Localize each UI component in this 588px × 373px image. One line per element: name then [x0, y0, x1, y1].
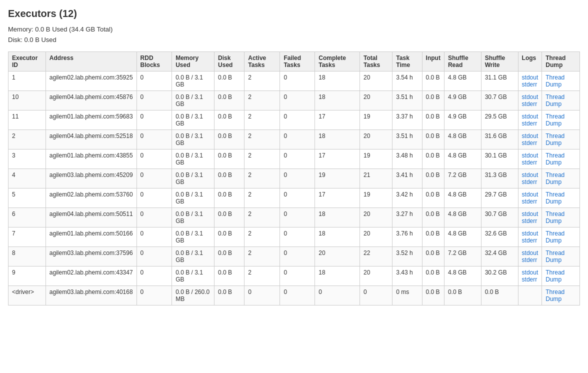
thread-dump-link[interactable]: Thread Dump [546, 113, 564, 127]
thread-dump-cell[interactable]: Thread Dump [542, 286, 580, 305]
thread-dump-cell[interactable]: Thread Dump [542, 168, 580, 188]
thread-dump-cell[interactable]: Thread Dump [542, 110, 580, 130]
col-header-active-tasks: Active Tasks [244, 52, 280, 71]
stdout-link[interactable]: stdout [522, 94, 538, 100]
stderr-link[interactable]: stderr [522, 276, 538, 283]
stdout-link[interactable]: stdout [522, 113, 538, 120]
thread-dump-link[interactable]: Thread Dump [546, 191, 564, 205]
thread-dump-cell[interactable]: Thread Dump [542, 90, 580, 110]
thread-dump-link[interactable]: Thread Dump [546, 230, 564, 244]
stdout-link[interactable]: stdout [522, 250, 538, 256]
thread-dump-link[interactable]: Thread Dump [546, 250, 564, 264]
col-header-total-tasks: Total Tasks [360, 52, 392, 71]
col-header-shuffle-write: Shuffle Write [481, 52, 518, 71]
stderr-link[interactable]: stderr [522, 81, 538, 88]
thread-dump-cell[interactable]: Thread Dump [542, 149, 580, 168]
disk-info: Disk: 0.0 B Used [8, 35, 580, 46]
table-row: 3agilem01.lab.phemi.com:4385500.0 B / 3.… [8, 149, 580, 168]
stdout-link[interactable]: stdout [522, 152, 538, 159]
logs-cell[interactable]: stdoutstderr [518, 188, 542, 208]
table-row: 1agilem02.lab.phemi.com:3592500.0 B / 3.… [8, 71, 580, 90]
table-row: 5agilem02.lab.phemi.com:5376000.0 B / 3.… [8, 188, 580, 208]
info-section: Memory: 0.0 B Used (34.4 GB Total) Disk:… [8, 24, 580, 46]
stderr-link[interactable]: stderr [522, 218, 538, 224]
thread-dump-link[interactable]: Thread Dump [546, 152, 564, 166]
stdout-link[interactable]: stdout [522, 269, 538, 276]
col-header-task-time: Task Time [392, 52, 422, 71]
logs-cell[interactable]: stdoutstderr [518, 246, 542, 266]
table-row: 2agilem04.lab.phemi.com:5251800.0 B / 3.… [8, 130, 580, 149]
stdout-link[interactable]: stdout [522, 210, 538, 218]
stdout-link[interactable]: stdout [522, 191, 538, 198]
executors-table: Executor ID Address RDD Blocks Memory Us… [8, 52, 580, 306]
logs-cell[interactable]: stdoutstderr [518, 130, 542, 149]
table-row: 11agilem01.lab.phemi.com:5968300.0 B / 3… [8, 110, 580, 130]
stderr-link[interactable]: stderr [522, 100, 538, 108]
table-body: 1agilem02.lab.phemi.com:3592500.0 B / 3.… [8, 71, 580, 305]
logs-cell[interactable]: stdoutstderr [518, 266, 542, 286]
logs-cell[interactable]: stdoutstderr [518, 227, 542, 246]
thread-dump-link[interactable]: Thread Dump [546, 132, 564, 146]
stdout-link[interactable]: stdout [522, 74, 538, 81]
col-header-input: Input [422, 52, 444, 71]
col-header-executor-id: Executor ID [8, 52, 46, 71]
col-header-thread-dump: Thread Dump [542, 52, 580, 71]
logs-cell[interactable]: stdoutstderr [518, 110, 542, 130]
thread-dump-cell[interactable]: Thread Dump [542, 188, 580, 208]
table-row: 9agilem02.lab.phemi.com:4334700.0 B / 3.… [8, 266, 580, 286]
logs-cell[interactable]: stdoutstderr [518, 208, 542, 227]
stderr-link[interactable]: stderr [522, 140, 538, 146]
thread-dump-link[interactable]: Thread Dump [546, 269, 564, 283]
col-header-logs: Logs [518, 52, 542, 71]
thread-dump-cell[interactable]: Thread Dump [542, 227, 580, 246]
table-row: 10agilem04.lab.phemi.com:4587600.0 B / 3… [8, 90, 580, 110]
table-header-row: Executor ID Address RDD Blocks Memory Us… [8, 52, 580, 71]
col-header-disk-used: Disk Used [214, 52, 244, 71]
col-header-failed-tasks: Failed Tasks [280, 52, 315, 71]
col-header-rdd-blocks: RDD Blocks [136, 52, 172, 71]
stderr-link[interactable]: stderr [522, 120, 538, 127]
table-row: 7agilem01.lab.phemi.com:5016600.0 B / 3.… [8, 227, 580, 246]
col-header-shuffle-read: Shuffle Read [444, 52, 481, 71]
thread-dump-link[interactable]: Thread Dump [546, 172, 564, 186]
col-header-memory-used: Memory Used [172, 52, 214, 71]
stderr-link[interactable]: stderr [522, 256, 538, 264]
page-title: Executors (12) [8, 8, 580, 20]
logs-cell[interactable]: stdoutstderr [518, 168, 542, 188]
thread-dump-link[interactable]: Thread Dump [546, 288, 564, 302]
memory-info: Memory: 0.0 B Used (34.4 GB Total) [8, 24, 580, 35]
stderr-link[interactable]: stderr [522, 237, 538, 244]
thread-dump-link[interactable]: Thread Dump [546, 94, 564, 108]
logs-cell[interactable] [518, 286, 542, 305]
logs-cell[interactable]: stdoutstderr [518, 149, 542, 168]
thread-dump-cell[interactable]: Thread Dump [542, 266, 580, 286]
table-row: 4agilem03.lab.phemi.com:4520900.0 B / 3.… [8, 168, 580, 188]
thread-dump-link[interactable]: Thread Dump [546, 210, 564, 224]
thread-dump-cell[interactable]: Thread Dump [542, 246, 580, 266]
logs-cell[interactable]: stdoutstderr [518, 90, 542, 110]
logs-cell[interactable]: stdoutstderr [518, 71, 542, 90]
table-row: 8agilem03.lab.phemi.com:3759600.0 B / 3.… [8, 246, 580, 266]
stdout-link[interactable]: stdout [522, 172, 538, 178]
stderr-link[interactable]: stderr [522, 159, 538, 166]
table-row: 6agilem04.lab.phemi.com:5051100.0 B / 3.… [8, 208, 580, 227]
stderr-link[interactable]: stderr [522, 178, 538, 186]
stdout-link[interactable]: stdout [522, 132, 538, 140]
thread-dump-link[interactable]: Thread Dump [546, 74, 564, 88]
stdout-link[interactable]: stdout [522, 230, 538, 237]
col-header-address: Address [46, 52, 136, 71]
thread-dump-cell[interactable]: Thread Dump [542, 71, 580, 90]
thread-dump-cell[interactable]: Thread Dump [542, 208, 580, 227]
thread-dump-cell[interactable]: Thread Dump [542, 130, 580, 149]
stderr-link[interactable]: stderr [522, 198, 538, 205]
col-header-complete-tasks: Complete Tasks [315, 52, 360, 71]
table-row: <driver>agilem03.lab.phemi.com:4016800.0… [8, 286, 580, 305]
